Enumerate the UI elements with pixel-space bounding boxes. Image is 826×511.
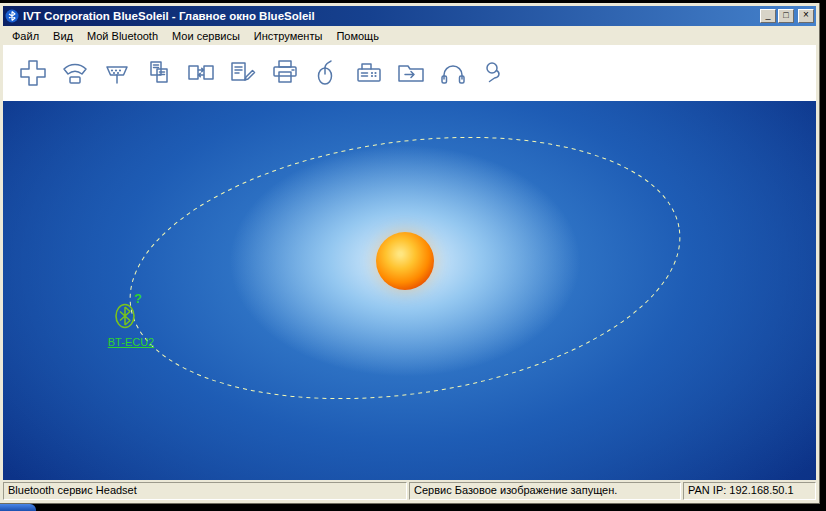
information-sync-service-icon[interactable]	[227, 57, 259, 89]
bluesoleil-window: IVT Corporation BlueSoleil - Главное окн…	[0, 3, 820, 504]
menu-item-tools[interactable]: Инструменты	[247, 28, 330, 44]
statusbar: Bluetooth сервис Headset Сервис Базовое …	[3, 480, 816, 500]
fax-service-icon[interactable]	[353, 57, 385, 89]
device-status-question-mark: ?	[134, 291, 142, 306]
center-device-sun[interactable]	[376, 232, 434, 290]
status-panel-headset: Bluetooth сервис Headset	[3, 482, 407, 500]
menu-item-help[interactable]: Помощь	[329, 28, 386, 44]
menu-item-my-bluetooth[interactable]: Мой Bluetooth	[80, 28, 165, 44]
minimize-button[interactable]: _	[760, 9, 776, 23]
menu-item-file[interactable]: Файл	[5, 28, 46, 44]
taskbar-start-fragment[interactable]	[0, 504, 36, 511]
menu-item-view[interactable]: Вид	[46, 28, 80, 44]
printer-service-icon[interactable]	[269, 57, 301, 89]
device-label[interactable]: BT-ECU2	[86, 336, 176, 348]
dialup-networking-service-icon[interactable]	[59, 57, 91, 89]
menu-item-my-services[interactable]: Мои сервисы	[165, 28, 247, 44]
information-exchange-service-icon[interactable]	[185, 57, 217, 89]
maximize-button[interactable]: □	[778, 9, 794, 23]
bluetooth-app-icon	[5, 9, 19, 23]
pan-network-service-icon[interactable]	[17, 57, 49, 89]
close-button[interactable]: ×	[798, 9, 814, 23]
orbit-ellipse	[3, 101, 816, 480]
headset-service-icon[interactable]	[437, 57, 469, 89]
menubar: Файл Вид Мой Bluetooth Мои сервисы Инстр…	[3, 26, 816, 45]
status-panel-pan-ip: PAN IP: 192.168.50.1	[683, 482, 816, 500]
status-panel-imaging-service: Сервис Базовое изображение запущен.	[409, 482, 681, 500]
window-controls: _ □ ×	[760, 9, 814, 23]
orbit-view: ? BT-ECU2	[3, 101, 816, 480]
serial-port-service-icon[interactable]	[101, 57, 133, 89]
hid-mouse-service-icon[interactable]	[311, 57, 343, 89]
file-transfer-service-icon[interactable]	[143, 57, 175, 89]
av-gateway-service-icon[interactable]	[479, 57, 511, 89]
ftp-service-icon[interactable]	[395, 57, 427, 89]
service-toolbar	[3, 45, 816, 101]
window-title: IVT Corporation BlueSoleil - Главное окн…	[23, 10, 756, 22]
titlebar[interactable]: IVT Corporation BlueSoleil - Главное окн…	[3, 6, 816, 26]
